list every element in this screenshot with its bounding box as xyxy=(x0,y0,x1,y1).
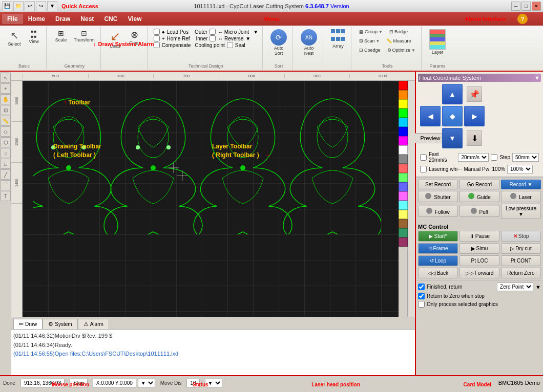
home-ref-label[interactable]: Home Ref xyxy=(167,36,190,41)
pin-top-btn[interactable]: 📌 xyxy=(467,86,482,102)
lt-pan-btn[interactable]: ✋ xyxy=(1,94,11,104)
low-pressure-btn[interactable]: Low pressure ▼ xyxy=(501,204,541,219)
only-process-check[interactable] xyxy=(418,301,425,308)
auto-sort-btn[interactable]: ⟳ Auto Sort xyxy=(268,28,289,57)
layer-color-gray[interactable] xyxy=(399,155,408,164)
lt-select-btn[interactable]: ↖ xyxy=(1,73,11,83)
lead-pos-check[interactable] xyxy=(154,29,160,35)
step-check[interactable] xyxy=(491,154,497,161)
group-dropdown[interactable]: ▼ xyxy=(379,30,383,34)
vertical-scrollbar[interactable] xyxy=(408,81,415,317)
auto-nest-btn[interactable]: AN Auto Nest xyxy=(298,28,320,57)
maximize-btn[interactable]: □ xyxy=(521,2,531,11)
scan-dropdown[interactable]: ▼ xyxy=(376,39,380,43)
qa-redo-btn[interactable]: ↪ xyxy=(36,1,46,11)
measure-btn[interactable]: 📏 Measure xyxy=(384,37,413,45)
lead-pos-label[interactable]: Lead Pos xyxy=(167,29,189,35)
forward-btn[interactable]: ▷▷ Forward xyxy=(460,268,499,278)
step-select[interactable]: 50mm xyxy=(512,153,539,162)
layer-color-cyan[interactable] xyxy=(399,118,408,127)
zero-point-dropdown[interactable]: ▼ xyxy=(535,284,541,290)
micro-joint-check[interactable] xyxy=(210,29,216,35)
fast-select[interactable]: 20mm/s xyxy=(458,153,489,162)
record-dropdown-arrow[interactable]: ▼ xyxy=(528,182,533,187)
layer-color-yellow[interactable] xyxy=(399,99,408,108)
mj-dropdown[interactable]: ▼ xyxy=(253,29,258,35)
seal-label[interactable]: Seal xyxy=(235,42,245,48)
outer-label[interactable]: Outer xyxy=(195,29,207,35)
compensate-label[interactable]: Compensate xyxy=(162,42,191,48)
back-btn[interactable]: ◁◁ Back xyxy=(418,268,458,278)
tab-alarm[interactable]: ⚠ Alarm xyxy=(78,319,109,329)
tab-system[interactable]: ⚙ System xyxy=(43,319,77,329)
pt-cont-btn[interactable]: Pt CONT xyxy=(501,255,541,266)
menu-view[interactable]: View xyxy=(122,14,147,24)
lt-draw3-btn[interactable]: □ xyxy=(1,159,11,169)
move-left-btn[interactable]: ◀ xyxy=(420,106,441,126)
reverse-check[interactable] xyxy=(210,35,216,41)
layer-color-purple[interactable] xyxy=(399,237,408,247)
close-btn[interactable]: ✕ xyxy=(532,2,541,11)
group-btn[interactable]: ▦ Group ▼ xyxy=(357,28,385,36)
layer-color-lt-yellow[interactable] xyxy=(399,210,408,219)
loop-btn[interactable]: ↺ Loop xyxy=(418,255,458,266)
layer-color-magenta[interactable] xyxy=(399,136,408,145)
menu-draw[interactable]: Draw xyxy=(50,14,75,24)
menu-file[interactable]: File xyxy=(2,14,23,24)
home-ref-check[interactable] xyxy=(154,35,160,41)
float-coord-dropdown[interactable]: ▼ xyxy=(534,75,540,81)
pt-loc-btn[interactable]: Pt LOC xyxy=(460,255,499,266)
move-dis-select[interactable]: ▼ xyxy=(205,379,222,387)
shutter-btn[interactable]: Shutter xyxy=(418,191,458,202)
lt-draw4-btn[interactable]: ╱ xyxy=(1,169,11,180)
lt-fit-btn[interactable]: ⊡ xyxy=(1,105,11,115)
layer-btn[interactable]: Layer xyxy=(427,28,448,56)
manual-select[interactable]: 100% xyxy=(507,165,533,173)
menu-cnc[interactable]: CNC xyxy=(99,14,122,24)
lasering-check[interactable] xyxy=(420,166,427,172)
preview-btn[interactable]: Preview xyxy=(414,133,446,143)
menu-nest[interactable]: Nest xyxy=(75,14,99,24)
simu-btn[interactable]: ▶ Simu xyxy=(460,243,499,254)
fast-check[interactable] xyxy=(420,154,427,161)
return-to-zero-check[interactable] xyxy=(418,293,425,299)
lt-draw5-btn[interactable]: ⌒ xyxy=(1,180,11,190)
about-icon-btn[interactable]: ? xyxy=(517,14,528,24)
move-right-btn[interactable]: ▶ xyxy=(464,106,485,126)
pin-bottom-btn[interactable]: ⬇ xyxy=(467,130,482,146)
guide-btn[interactable]: Guide xyxy=(460,191,499,202)
finished-return-check[interactable] xyxy=(418,284,425,290)
cooling-label[interactable]: Cooling point xyxy=(195,42,224,48)
dry-cut-btn[interactable]: ▷ Dry cut xyxy=(501,243,541,254)
start-btn[interactable]: ▶ Start* xyxy=(418,231,458,242)
puff-btn[interactable]: Puff xyxy=(460,206,499,217)
low-pressure-dropdown[interactable]: ▼ xyxy=(518,211,524,217)
optimize-dropdown[interactable]: ▼ xyxy=(411,48,415,53)
layer-color-lt-blue[interactable] xyxy=(399,182,408,191)
layer-color-blue[interactable] xyxy=(399,127,408,136)
minimize-btn[interactable]: ─ xyxy=(511,2,520,11)
view-tool-btn[interactable]: ■■■■ View xyxy=(25,28,43,46)
return-zero-btn[interactable]: Return Zero xyxy=(501,268,541,278)
laser-pos-select[interactable]: ▼ xyxy=(138,379,155,387)
layer-color-lt-magenta[interactable] xyxy=(399,191,408,201)
go-record-btn[interactable]: Go Record xyxy=(460,180,499,189)
layer-color-brown[interactable] xyxy=(399,219,408,228)
optimize-btn[interactable]: ⚙ Optimize ▼ xyxy=(385,46,418,54)
move-down-btn[interactable]: ▼ xyxy=(442,128,463,148)
layer-color-orange[interactable] xyxy=(399,90,408,99)
menu-home[interactable]: Home xyxy=(23,14,50,24)
layer-color-dk-green[interactable] xyxy=(399,228,408,237)
coedge-btn[interactable]: ⊡ Coedge xyxy=(357,46,383,54)
lt-node-btn[interactable]: ◇ xyxy=(1,126,11,137)
array-btn[interactable]: Array xyxy=(328,28,348,50)
micro-joint-label[interactable]: ↔ Micro Joint xyxy=(218,29,249,35)
frame-btn[interactable]: ⊡ Frame xyxy=(418,243,458,254)
lt-measure-btn[interactable]: 📏 xyxy=(1,116,11,126)
lt-draw1-btn[interactable]: ⬡ xyxy=(1,137,11,147)
layer-color-white[interactable] xyxy=(399,145,408,155)
layer-color-lt-green[interactable] xyxy=(399,173,408,182)
set-record-btn[interactable]: Set Record xyxy=(418,180,458,189)
layer-color-pink[interactable] xyxy=(399,164,408,173)
qa-dropdown-btn[interactable]: ▼ xyxy=(47,1,57,11)
